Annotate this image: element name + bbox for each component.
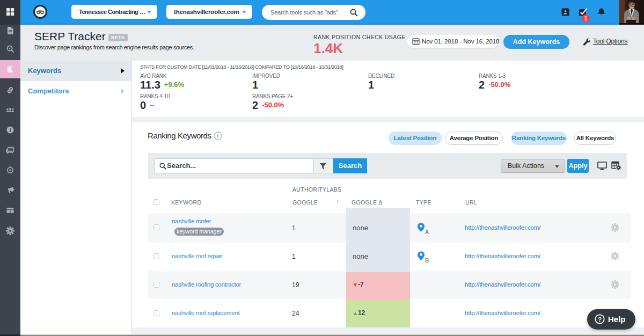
svg-text:?: ? xyxy=(598,316,602,323)
